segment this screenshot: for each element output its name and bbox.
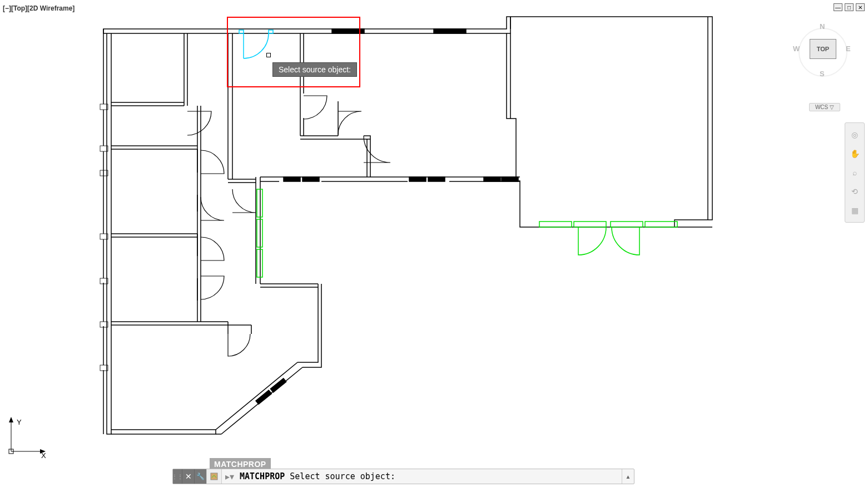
- command-line-drag-handle[interactable]: ⋮⋮: [173, 469, 182, 484]
- command-line-customize-button[interactable]: 🔧: [194, 469, 206, 484]
- command-line-close-button[interactable]: ✕: [182, 469, 194, 484]
- ucs-x-label: X: [41, 451, 46, 459]
- svg-rect-8: [434, 29, 466, 33]
- svg-rect-14: [502, 177, 518, 181]
- command-prompt-text: Select source object:: [285, 471, 395, 481]
- svg-rect-20: [539, 222, 572, 227]
- command-line-icon: [206, 469, 222, 484]
- svg-rect-15: [256, 390, 271, 404]
- svg-rect-10: [302, 177, 319, 181]
- ucs-y-label: Y: [17, 418, 22, 426]
- svg-rect-19: [257, 249, 262, 277]
- cursor-pickbox: [266, 53, 271, 57]
- svg-marker-26: [9, 417, 13, 422]
- svg-rect-11: [409, 177, 426, 181]
- svg-rect-18: [257, 219, 262, 247]
- command-line[interactable]: ⋮⋮ ✕ 🔧 ▸▾ MATCHPROP Select source object…: [172, 469, 634, 484]
- command-prompt-chevron-icon: ▸▾: [222, 471, 237, 482]
- svg-rect-17: [257, 189, 262, 217]
- svg-rect-22: [611, 222, 643, 227]
- ucs-icon[interactable]: Y X: [7, 417, 48, 459]
- svg-rect-16: [270, 378, 286, 392]
- drawing-canvas[interactable]: [0, 0, 868, 492]
- svg-rect-12: [428, 177, 445, 181]
- command-name: MATCHPROP: [240, 471, 285, 481]
- svg-rect-21: [574, 222, 606, 227]
- command-input[interactable]: MATCHPROP Select source object:: [237, 471, 622, 481]
- svg-rect-9: [284, 177, 300, 181]
- svg-rect-13: [484, 177, 500, 181]
- command-tooltip: Select source object:: [272, 62, 357, 77]
- svg-rect-29: [211, 473, 217, 480]
- svg-rect-7: [332, 29, 364, 33]
- command-history-button[interactable]: ▲: [622, 469, 634, 484]
- svg-rect-23: [645, 222, 677, 227]
